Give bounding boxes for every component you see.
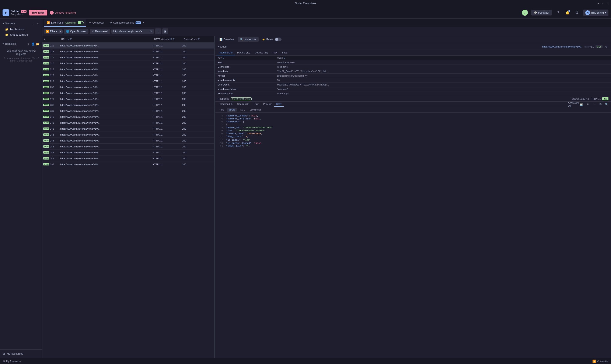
table-row[interactable]: JSON 248 https://www.douyin.com/aweme/v1…	[42, 150, 214, 156]
sidebar-item-my-resources[interactable]: 🖥 My Resources	[2, 351, 40, 356]
user-menu-button[interactable]: N nine zhang ▾	[583, 10, 609, 16]
sessions-actions: ↓ +	[31, 22, 40, 26]
table-row[interactable]: JSON 240 https://www.douyin.com/aweme/v1…	[42, 114, 214, 120]
table-row[interactable]: JSON 241 https://www.douyin.com/aweme/v1…	[42, 120, 214, 126]
buy-now-button[interactable]: BUY NOW	[29, 10, 47, 15]
more-options-button[interactable]: ⋮	[155, 28, 161, 34]
tab-overview[interactable]: 📊 Overview	[217, 37, 237, 42]
table-row[interactable]: JSON 245 https://www.douyin.com/aweme/v1…	[42, 143, 214, 150]
table-row[interactable]: JSON 232 https://www.douyin.com/aweme/v1…	[42, 90, 214, 96]
wrap-button[interactable]: ≡	[591, 102, 597, 107]
collapse-all-button[interactable]: Collapse All ▲	[572, 102, 577, 107]
tab-live-traffic[interactable]: 📶 Live Traffic (Capturing)	[44, 19, 86, 27]
table-row[interactable]: JSON 179 https://www.douyin.com/aweme/v1…	[42, 96, 214, 102]
row-type-icon: JSON	[43, 43, 49, 48]
col-header-http[interactable]: HTTP Version ⓘ ▽	[153, 36, 182, 42]
decode-button[interactable]: ⌗	[585, 102, 590, 107]
search-clear-button[interactable]: ✕	[150, 30, 152, 33]
body-tab-text[interactable]: Text	[218, 108, 225, 112]
col-header-status[interactable]: Status Code ▽	[182, 36, 214, 42]
folder-request-button[interactable]: 📂	[36, 42, 40, 46]
import-request-button[interactable]: 👤	[31, 42, 35, 46]
remove-all-button[interactable]: ✕ Remove All	[90, 29, 110, 34]
req-tab-cookies[interactable]: Cookies (37)	[253, 50, 270, 55]
tab-composer[interactable]: ✏ Composer	[87, 19, 107, 27]
line-number: 9	[218, 130, 223, 132]
capturing-toggle[interactable]	[78, 21, 84, 24]
request-method-badge: GET	[596, 45, 602, 48]
copy-response-button[interactable]: ⧉	[598, 102, 603, 107]
resp-tab-body[interactable]: Body	[274, 102, 284, 107]
filters-arrow-button[interactable]: ▾	[59, 29, 63, 34]
resp-tab-raw[interactable]: Raw	[252, 102, 260, 107]
settings-button[interactable]: ⚙	[574, 10, 580, 16]
row-http-version: HTTP/1.1	[153, 86, 182, 89]
notifications-button[interactable]: 🔔	[565, 10, 571, 16]
table-row[interactable]: JSON 195 https://www.douyin.com/aweme/v1…	[42, 161, 214, 167]
table-row[interactable]: JSON 211 https://www.douyin.com/aweme/v1…	[42, 43, 214, 49]
req-tab-params[interactable]: Params (32)	[235, 50, 252, 55]
body-tab-xml[interactable]: XML	[238, 108, 247, 112]
columns-button[interactable]: ⊞	[162, 28, 168, 34]
table-row[interactable]: JSON 238 https://www.douyin.com/aweme/v1…	[42, 102, 214, 108]
col-header-url[interactable]: URL ↑↓ ▽	[59, 36, 153, 42]
req-tab-body[interactable]: Body	[280, 50, 289, 55]
table-row[interactable]: JSON 220 https://www.douyin.com/aweme/v1…	[42, 60, 214, 66]
request-http-version: HTTP/1.1	[584, 45, 594, 48]
req-tab-headers[interactable]: Headers (14)	[217, 50, 235, 55]
add-request-button[interactable]: +	[26, 42, 30, 46]
url-search-input[interactable]	[113, 29, 149, 34]
maximize-button[interactable]: □	[602, 2, 605, 5]
import-button[interactable]: ↓	[31, 22, 35, 26]
table-row[interactable]: JSON 213 https://www.douyin.com/aweme/v1…	[42, 49, 214, 54]
sessions-header[interactable]: ▾ Sessions ↓ +	[0, 20, 42, 27]
line-content: "aweme_id": "7150637955323841799",	[226, 126, 274, 129]
resp-tab-cookies[interactable]: Cookies (0)	[235, 102, 251, 107]
table-row[interactable]: JSON 217 https://www.douyin.com/aweme/v1…	[42, 54, 214, 60]
tab-inspectors[interactable]: 🔍 Inspectors	[238, 37, 259, 42]
table-row[interactable]: JSON 225 https://www.douyin.com/aweme/v1…	[42, 66, 214, 72]
row-url: https://www.douyin.com/aweme/v1/w...	[60, 116, 153, 118]
table-row[interactable]: JSON 229 https://www.douyin.com/aweme/v1…	[42, 78, 214, 84]
table-row[interactable]: JSON 242 https://www.douyin.com/aweme/v1…	[42, 126, 214, 132]
row-type-icon: JSON	[43, 73, 49, 78]
line-content: "cid": "7169790090917954307",	[226, 130, 267, 132]
table-row[interactable]: JSON 126 https://www.douyin.com/aweme/v1…	[42, 72, 214, 78]
row-http-version: HTTP/1.1	[153, 163, 182, 166]
search-response-button[interactable]: 🔍	[604, 102, 609, 107]
sidebar-item-shared-with-me[interactable]: 📁 Shared with Me	[0, 32, 42, 37]
json-viewer[interactable]: 4 "comment_prompt": null, 5 "comment_sur…	[215, 113, 611, 358]
requests-header[interactable]: ▾ Requests + 👤 📂	[0, 41, 42, 47]
sidebar-item-my-sessions[interactable]: 📁 My Sessions	[0, 27, 42, 32]
row-status-code: 200	[182, 98, 214, 100]
filters-button[interactable]: 🔽 Filters	[44, 29, 59, 34]
resp-tab-preview[interactable]: Preview	[261, 102, 273, 107]
close-button[interactable]: ✕	[606, 2, 609, 5]
save-response-button[interactable]: 💾	[579, 102, 584, 107]
add-session-button[interactable]: +	[36, 22, 40, 26]
body-tab-json[interactable]: JSON	[227, 108, 236, 112]
close-tab-button[interactable]: ✕	[142, 21, 145, 24]
tab-compare-sessions[interactable]: ⇄ Compare sessions true ✕	[107, 19, 147, 27]
tab-rules[interactable]: ⚡ Rules	[260, 37, 284, 42]
table-row[interactable]: JSON 239 https://www.douyin.com/aweme/v1…	[42, 108, 214, 114]
open-browser-button[interactable]: 🌐 Open Browser	[64, 29, 89, 34]
feedback-button[interactable]: 💬 Feedback	[531, 10, 552, 15]
req-tab-raw[interactable]: Raw	[271, 50, 279, 55]
table-row[interactable]: JSON 230 https://www.douyin.com/aweme/v1…	[42, 84, 214, 90]
rules-toggle[interactable]	[275, 38, 282, 41]
resp-tab-headers[interactable]: Headers (24)	[217, 102, 235, 107]
minimize-button[interactable]: ─	[597, 2, 600, 5]
table-row[interactable]: JSON 243 https://www.douyin.com/aweme/v1…	[42, 132, 214, 138]
row-number: 240	[49, 116, 60, 118]
row-number: 244	[49, 139, 60, 142]
table-row[interactable]: JSON 244 https://www.douyin.com/aweme/v1…	[42, 138, 214, 143]
line-number: 13	[218, 142, 223, 144]
table-row[interactable]: JSON 249 https://www.douyin.com/aweme/v1…	[42, 156, 214, 161]
copy-request-button[interactable]: ⧉	[604, 45, 609, 49]
help-button[interactable]: ?	[555, 10, 561, 16]
val-filter-icon: ▽	[284, 56, 285, 59]
body-tab-javascript[interactable]: JavaScript	[248, 108, 262, 112]
user-avatar: N	[585, 10, 590, 15]
row-type-icon: JSON	[43, 103, 49, 107]
